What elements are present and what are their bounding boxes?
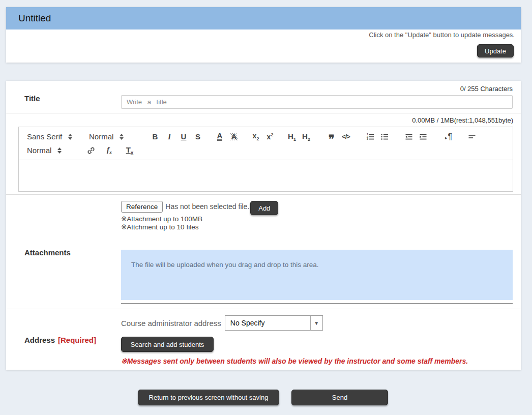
- footer-actions: Return to previous screen without saving…: [0, 390, 532, 405]
- return-without-saving-button[interactable]: Return to previous screen without saving: [138, 390, 279, 405]
- update-instruction: Click on the "Update" button to update m…: [11, 31, 516, 39]
- attachment-size-note: ※Attachment up to 100MB: [121, 215, 513, 223]
- indent-icon: [419, 132, 428, 141]
- outdent-button[interactable]: [402, 130, 416, 143]
- align-icon: [467, 132, 477, 141]
- blockquote-icon: ❞: [329, 137, 335, 142]
- text-direction-icon: ▸¶: [445, 132, 452, 141]
- link-icon: [86, 146, 96, 155]
- bullet-list-button[interactable]: [377, 130, 392, 143]
- dropzone-text: The file will be uploaded when you drag …: [131, 261, 319, 269]
- bold-icon: B: [153, 132, 158, 141]
- header1-icon: H1: [288, 132, 296, 142]
- editor-toolbar: Sans Serif Normal B I U S A A x2 x2 H1: [18, 127, 513, 160]
- bullet-list-icon: [380, 132, 389, 141]
- title-input[interactable]: [121, 95, 513, 109]
- code-block-button[interactable]: </>: [339, 130, 353, 143]
- underline-button[interactable]: U: [176, 130, 191, 143]
- updown-arrows-icon: [57, 147, 62, 154]
- superscript-icon: x2: [267, 132, 274, 141]
- no-file-text: Has not been selected file.: [165, 201, 249, 211]
- background-color-button[interactable]: A: [227, 130, 241, 143]
- subscript-icon: x2: [253, 132, 259, 141]
- editor-section: 0.00MB / 1MB(rest:1,048,551byte) Sans Se…: [6, 113, 521, 194]
- address-warning-text: ※Messages sent only between students wil…: [121, 357, 513, 365]
- header2-button[interactable]: H2: [299, 130, 313, 143]
- italic-icon: I: [168, 132, 171, 141]
- message-form: Title 0/ 255 Characters 0.00MB / 1MB(res…: [6, 81, 521, 370]
- chevron-down-icon: ▼: [310, 316, 322, 330]
- title-label: Title: [24, 94, 121, 103]
- indent-button[interactable]: [416, 130, 430, 143]
- address-label: Address: [24, 336, 55, 344]
- reference-file-button[interactable]: Reference: [121, 201, 163, 213]
- add-attachment-button[interactable]: Add: [250, 201, 278, 215]
- ordered-list-button[interactable]: 123: [363, 130, 377, 143]
- header1-button[interactable]: H1: [285, 130, 299, 143]
- blockquote-button[interactable]: ❞: [324, 130, 339, 143]
- superscript-button[interactable]: x2: [263, 130, 277, 143]
- style-select[interactable]: Normal: [27, 146, 75, 155]
- formula-icon: fx: [107, 145, 112, 155]
- subscript-button[interactable]: x2: [249, 130, 263, 143]
- required-badge: [Required]: [58, 336, 96, 344]
- bold-button[interactable]: B: [148, 130, 162, 143]
- link-button[interactable]: [84, 144, 98, 157]
- message-body-editor[interactable]: [18, 160, 513, 192]
- background-color-icon: A: [230, 133, 238, 140]
- selected-option: No Specify: [225, 316, 310, 330]
- address-section: Address [Required] Course administrator …: [6, 309, 521, 370]
- strikethrough-button[interactable]: S: [191, 130, 205, 143]
- title-char-counter: 0/ 255 Characters: [121, 85, 513, 93]
- italic-button[interactable]: I: [162, 130, 176, 143]
- editor-size-info: 0.00MB / 1MB(rest:1,048,551byte): [18, 116, 513, 125]
- update-panel: Untitled Click on the "Update" button to…: [6, 7, 521, 63]
- updown-arrows-icon: [120, 134, 124, 140]
- svg-text:3: 3: [367, 137, 368, 140]
- text-color-button[interactable]: A: [213, 130, 227, 143]
- message-title-bar: Untitled: [6, 7, 521, 29]
- align-button[interactable]: [465, 130, 479, 143]
- file-dropzone[interactable]: The file will be uploaded when you drag …: [121, 250, 513, 300]
- update-button[interactable]: Update: [477, 44, 514, 57]
- clear-formatting-icon: Tx: [126, 145, 134, 156]
- header2-icon: H2: [302, 132, 310, 142]
- updown-arrows-icon: [68, 134, 72, 140]
- strikethrough-icon: S: [195, 132, 200, 141]
- code-block-icon: </>: [342, 133, 350, 140]
- course-admin-address-select[interactable]: No Specify ▼: [225, 315, 323, 331]
- attachments-divider: [121, 303, 513, 304]
- text-direction-button[interactable]: ▸¶: [441, 130, 456, 143]
- underline-icon: U: [181, 132, 187, 141]
- text-color-icon: A: [217, 132, 223, 141]
- attachments-section: Attachments Reference Has not been selec…: [6, 194, 521, 309]
- formula-button[interactable]: fx: [102, 144, 116, 157]
- attachment-count-note: ※Attchment up to 10 files: [121, 223, 513, 231]
- message-title: Untitled: [18, 13, 51, 24]
- outdent-icon: [404, 132, 413, 141]
- font-select[interactable]: Sans Serif: [27, 132, 80, 141]
- size-select[interactable]: Normal: [89, 132, 137, 141]
- title-section: Title 0/ 255 Characters: [6, 81, 521, 113]
- send-button[interactable]: Send: [291, 390, 388, 405]
- ordered-list-icon: 123: [366, 132, 375, 141]
- course-admin-address-label: Course administrator address: [121, 319, 221, 328]
- attachments-label: Attachments: [24, 248, 121, 257]
- search-add-students-button[interactable]: Search and add students: [121, 337, 214, 352]
- clear-formatting-button[interactable]: Tx: [123, 144, 137, 157]
